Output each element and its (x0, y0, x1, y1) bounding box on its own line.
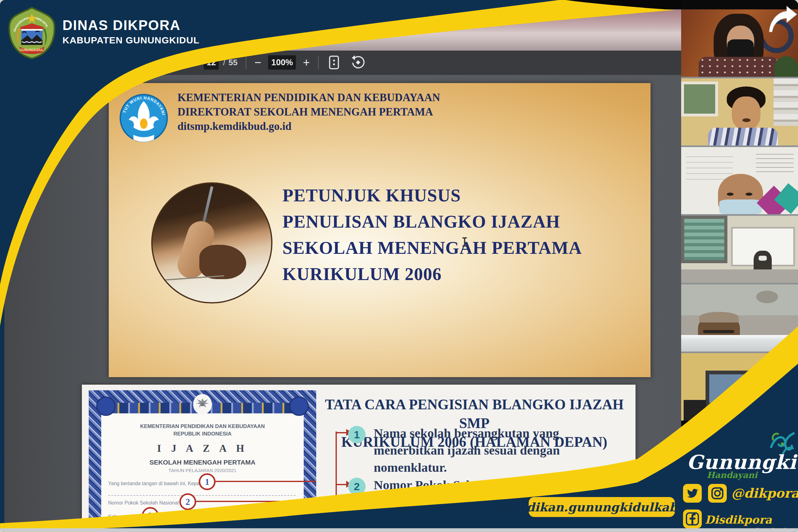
item-number-badge: 3 (348, 505, 366, 522)
page-separator: / (223, 58, 225, 68)
certificate-title: I J A Z A H (105, 443, 300, 454)
slide-ministry-block: KEMENTERIAN PENDIDIKAN DAN KEBUDAYAAN DI… (178, 91, 440, 134)
certificate-header-line1: KEMENTERIAN PENDIDIKAN DAN KEBUDAYAAN (105, 423, 300, 430)
page-number-input[interactable]: 12 (204, 55, 219, 70)
video-tile-2[interactable] (681, 78, 798, 146)
twitter-icon[interactable] (683, 484, 702, 504)
slide-title-block: PETUNJUK KHUSUS PENULISAN BLANGKO IJAZAH… (283, 182, 582, 287)
website-banner: pendidikan.gunungkidulkab.go.id (529, 497, 675, 517)
ijazah-certificate-image: KEMENTERIAN PENDIDIKAN DAN KEBUDAYAAN RE… (89, 390, 316, 532)
instagram-icon[interactable] (708, 484, 727, 504)
red-connector-line (335, 432, 337, 516)
hand-writing-photo (151, 182, 272, 303)
toolbar-divider (318, 56, 319, 69)
meeting-window: 12 / 55 − 100% + TUT WURI HANDAYANI (0, 0, 798, 532)
item-text: Nomor Pokok Sekolah Nasional (NPSN) (374, 476, 593, 494)
title-line2: PENULISAN BLANGKO IJAZAH (283, 209, 582, 235)
zoom-level-input[interactable]: 100% (268, 55, 296, 70)
title-line1: PETUNJUK KHUSUS (283, 182, 582, 209)
certificate-corner-ornament (96, 397, 115, 416)
facebook-icon[interactable] (683, 510, 702, 530)
shield-banner-text: GUNUNGKIDUL (20, 49, 44, 52)
video-tile-6[interactable] (681, 353, 798, 420)
certificate-field-label: Nomor Pokok Sekolah Nasional : (108, 500, 182, 506)
fit-page-icon[interactable] (327, 55, 341, 70)
certificate-corner-ornament (289, 397, 309, 416)
garuda-emblem (193, 394, 212, 415)
certificate-subtitle: SEKOLAH MENENGAH PERTAMA (105, 459, 300, 466)
page-total: 55 (229, 58, 237, 68)
video-tile-5[interactable] (681, 284, 798, 352)
certificate-year: TAHUN PELAJARAN 2020/2021 (105, 468, 300, 473)
title-line4: KURIKULUM 2006 (283, 261, 582, 287)
social-handle: @dikpora_gk (731, 486, 798, 501)
item-number-badge: 2 (348, 478, 366, 495)
text-cursor (464, 237, 465, 247)
toolbar-divider (246, 56, 246, 69)
title-line3: SEKOLAH MENENGAH PERTAMA (283, 235, 582, 261)
ministry-line3: ditsmp.kemdikbud.go.id (178, 119, 440, 134)
certificate-heading: KEMENTERIAN PENDIDIKAN DAN KEBUDAYAAN RE… (105, 423, 300, 473)
ministry-line2: DIREKTORAT SEKOLAH MENENGAH PERTAMA (178, 105, 440, 119)
ministry-line1: KEMENTERIAN PENDIDIKAN DAN KEBUDAYAAN (178, 91, 440, 105)
agency-name: DINAS DIKPORA (62, 18, 181, 33)
item-text: Nama sekolah bersangkutan yang menerbitk… (374, 424, 630, 476)
window-bottom-edge (0, 528, 798, 532)
certificate-header-line2: REPUBLIK INDONESIA (105, 430, 300, 438)
zoom-out-button[interactable]: − (254, 57, 261, 69)
tata-cara-item: 2 Nomor Pokok Sekolah Nasional (NPSN) (348, 476, 636, 495)
agency-region: KABUPATEN GUNUNGKIDUL (62, 35, 199, 45)
certificate-marker-2: 2 (179, 493, 196, 510)
pdf-toolbar-controls: 12 / 55 − 100% + (204, 53, 366, 72)
certificate-marker-1: 1 (199, 473, 216, 490)
certificate-field-label: Kabupaten/Kota (108, 514, 144, 519)
video-tile-4[interactable] (681, 216, 798, 283)
certificate-marker-3: 3 (142, 507, 159, 524)
website-url: pendidikan.gunungkidulkab.go.id (489, 500, 714, 514)
item-number-badge: 1 (348, 426, 366, 443)
kemdikbud-logo: TUT WURI HANDAYANI (119, 89, 168, 151)
certificate-field-label: Yang bertanda tangan di bawah ini, Kepal… (108, 481, 203, 487)
tata-cara-item: 1 Nama sekolah bersangkutan yang menerbi… (348, 424, 636, 476)
brand-tagline: Handayani (707, 470, 757, 480)
gunungkidul-shield-logo: DHAKSINARGA BHUMIKARTA GUNUNGKIDUL (7, 6, 57, 60)
pdf-page-12-title-slide: TUT WURI HANDAYANI KEMENTERIAN PENDIDIKA… (109, 83, 651, 377)
share-arrow-icon[interactable] (766, 5, 798, 34)
video-tile-3[interactable] (681, 147, 798, 214)
rotate-icon[interactable] (350, 55, 366, 70)
zoom-in-button[interactable]: + (303, 57, 310, 69)
